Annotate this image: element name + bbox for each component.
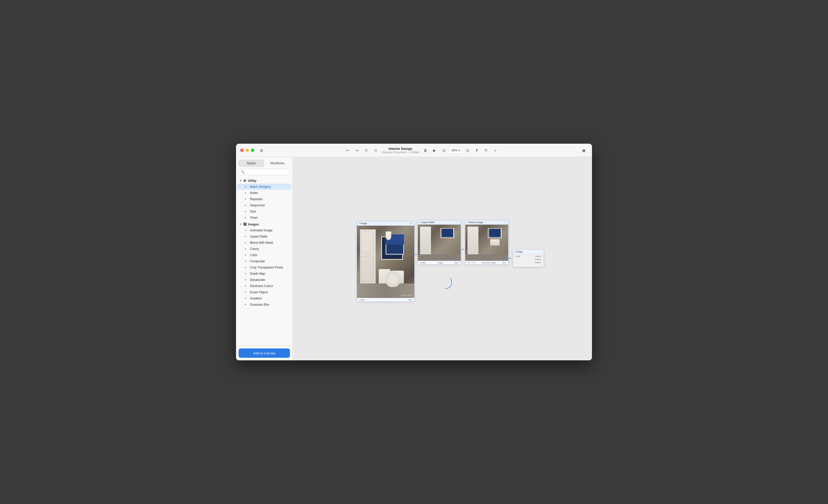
- minimize-button[interactable]: [246, 149, 249, 152]
- node-icon-erase-object: ✦: [244, 291, 248, 294]
- add-to-canvas-button[interactable]: Add to Canvas: [239, 348, 290, 358]
- node-close-icon: ×: [457, 221, 459, 224]
- fit-canvas-button[interactable]: ⊡: [463, 147, 472, 154]
- redo-button[interactable]: ↪: [353, 147, 361, 154]
- node-label-color: Color: [250, 253, 257, 257]
- node-item-repeater[interactable]: ✦ Repeater: [237, 196, 291, 202]
- inspector-toggle-button[interactable]: ▣: [580, 147, 588, 154]
- fit-button[interactable]: ⊡: [440, 147, 448, 154]
- output-node-body: ◦ Input Output ◦ Output ◦ Output ◦: [513, 254, 544, 267]
- canvas-node-main-image[interactable]: ▪ Image: [357, 221, 415, 302]
- node-title-aspect-ratio: ▪ Aspect Ratio: [420, 221, 434, 224]
- copy-icon: ⎘: [365, 148, 367, 153]
- node-title-output: ▪ Image: [515, 250, 523, 253]
- undo-button[interactable]: ↩: [343, 147, 352, 154]
- refresh-button[interactable]: ↻: [482, 147, 490, 154]
- traffic-lights: [240, 149, 254, 152]
- node-label-notes: Notes: [250, 191, 258, 195]
- delete-icon: 🗑: [423, 148, 427, 153]
- node-label-sequencer: Sequencer: [250, 204, 265, 207]
- node-item-aspect-ratio[interactable]: ✦ Aspect Ratio: [237, 234, 291, 240]
- node-item-animated-image[interactable]: ✦ Animated Image: [237, 227, 291, 234]
- node-title-resize: ▪ Resize Image: [467, 221, 483, 224]
- node-item-gaussian-blur[interactable]: ✦ Guassian Blur: [237, 301, 291, 308]
- node-footer-right-aspect: Size: [455, 261, 459, 264]
- canvas-node-resize-image[interactable]: ▪ Resize Image □ × 612 × 612: [465, 220, 508, 265]
- node-item-gradient[interactable]: ✦ Gradient: [237, 295, 291, 301]
- node-footer-right-main: Size: [408, 299, 412, 301]
- paste-button[interactable]: ⎙: [371, 147, 380, 154]
- node-item-erase-object[interactable]: ✦ Erase Object: [237, 289, 291, 295]
- doc-title-main: Interior Design: [389, 147, 412, 151]
- node-icon-repeater: ✦: [244, 198, 248, 201]
- tab-workflows[interactable]: Workflows: [265, 160, 290, 167]
- node-icon-desaturate: ✦: [244, 278, 248, 282]
- maximize-button[interactable]: [251, 149, 254, 152]
- sidebar-toggle-button[interactable]: ⊞: [257, 147, 266, 154]
- inspector-icon: ▣: [582, 148, 585, 153]
- zoom-control[interactable]: 45% ▾: [449, 147, 462, 154]
- node-item-desaturate[interactable]: ✦ Desaturate: [237, 277, 291, 283]
- node-size-right: Size: [502, 261, 506, 264]
- node-item-sequencer[interactable]: ✦ Sequencer: [237, 202, 291, 208]
- node-label-blend-with-mask: Blend With Mask: [250, 241, 273, 245]
- sidebar-tabs: Nodes Workflows: [236, 157, 292, 169]
- node-item-notes[interactable]: ✦ Notes: [237, 190, 291, 196]
- canvas-node-output-image[interactable]: ▪ Image ◦ Input Output ◦ Output ◦ Output…: [512, 249, 544, 267]
- canvas-area[interactable]: ▪ Image: [293, 157, 592, 360]
- node-item-canny[interactable]: ✦ Canny: [237, 246, 291, 252]
- images-section-icon: 🖼: [243, 222, 247, 226]
- section-header-utility[interactable]: ▼ ⚙ Utility: [236, 177, 292, 184]
- node-header-main-image: ▪ Image: [357, 221, 414, 226]
- delete-button[interactable]: 🗑: [421, 147, 429, 154]
- zoom-chevron-icon: ▾: [459, 149, 460, 152]
- node-label-gaussian-blur: Guassian Blur: [250, 303, 269, 306]
- node-label-depth-map: Depth Map: [250, 272, 265, 276]
- node-icon-timer: ✦: [244, 216, 248, 219]
- fit-icon: ⊡: [442, 148, 446, 153]
- node-label-repeater: Repeater: [250, 197, 262, 201]
- node-item-depth-map[interactable]: ✦ Depth Map: [237, 270, 291, 277]
- node-controls: □ ×: [456, 221, 459, 224]
- node-label-aspect-ratio: Aspect Ratio: [250, 235, 267, 238]
- undo-icon: ↩: [346, 148, 349, 153]
- node-icon-notes: ✦: [244, 192, 248, 195]
- sidebar-footer: Add to Canvas: [236, 346, 292, 360]
- app-window: ⊞ ↩ ↪ ⎘ ⎙ Interior Design Odyssey Docume: [236, 144, 592, 360]
- node-item-blend-with-mask[interactable]: ✦ Blend With Mask: [237, 240, 291, 246]
- node-icon-crop-transparent: ✦: [244, 266, 248, 269]
- node-footer-aspect-ratio: Image Image Size: [418, 261, 461, 264]
- tab-nodes[interactable]: Nodes: [239, 160, 264, 167]
- action-tools: 🗑 ▶ ⊡ 45% ▾ ⊡ ⬆ ↻: [421, 147, 500, 154]
- export-button[interactable]: ⬆: [473, 147, 481, 154]
- port-label-output2: Output ◦: [535, 258, 542, 260]
- port-label-output1: Output ◦: [535, 255, 542, 257]
- node-item-color[interactable]: ✦ Color: [237, 252, 291, 258]
- titlebar-center: ↩ ↪ ⎘ ⎙ Interior Design Odyssey Document…: [269, 147, 574, 154]
- node-footer-main-image: Image Size: [357, 298, 414, 301]
- node-item-size[interactable]: ✦ Size: [237, 208, 291, 215]
- copy-button[interactable]: ⎘: [362, 147, 370, 154]
- canvas-node-aspect-ratio[interactable]: ▪ Aspect Ratio □ × Image Image: [418, 220, 461, 265]
- node-item-composite[interactable]: ✦ Composite: [237, 258, 291, 264]
- resize-preview: [465, 225, 508, 261]
- node-expand-icon: □: [456, 221, 457, 224]
- node-icon-dominant-colors: ✦: [244, 285, 248, 288]
- fit-canvas-icon: ⊡: [466, 148, 469, 153]
- more-button[interactable]: »: [491, 147, 500, 154]
- node-icon-size: ✦: [244, 210, 248, 213]
- node-item-crop-transparent[interactable]: ✦ Crop Transparent Pixels: [237, 264, 291, 270]
- edit-tools: ↩ ↪ ⎘ ⎙: [343, 147, 380, 154]
- node-item-dominant-colors[interactable]: ✦ Dominant Colors: [237, 283, 291, 289]
- node-icon-canny: ✦: [244, 247, 248, 251]
- play-button[interactable]: ▶: [430, 147, 439, 154]
- node-icon-gaussian-blur: ✦: [244, 303, 248, 306]
- refresh-icon: ↻: [485, 148, 488, 153]
- section-header-images[interactable]: ▼ 🖼 Images: [236, 221, 292, 227]
- node-item-batch-images[interactable]: ✦ Batch (Images): [237, 184, 291, 190]
- node-item-timer[interactable]: ✦ Timer: [237, 215, 291, 221]
- close-button[interactable]: [240, 149, 244, 152]
- search-input[interactable]: [246, 170, 288, 174]
- node-body-aspect-ratio: [418, 225, 461, 261]
- titlebar: ⊞ ↩ ↪ ⎘ ⎙ Interior Design Odyssey Docume: [236, 144, 592, 157]
